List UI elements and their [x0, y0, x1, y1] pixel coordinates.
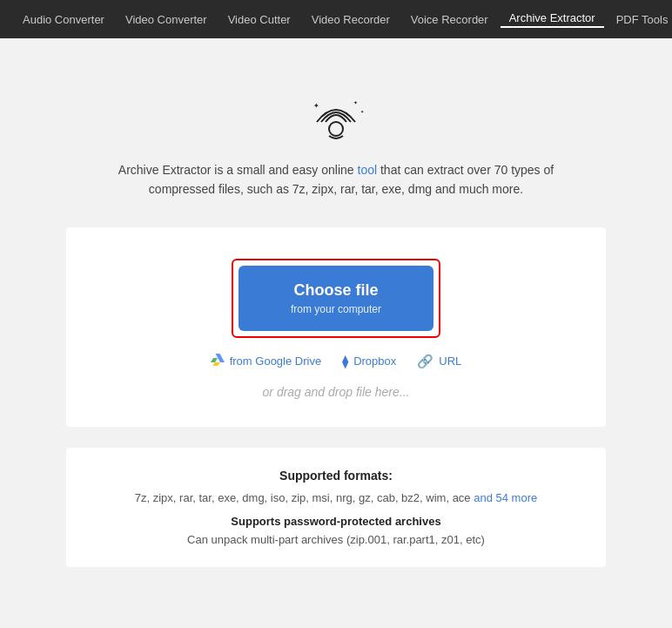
dropbox-source[interactable]: ⧫ Dropbox: [342, 354, 396, 369]
nav-pdf-tools[interactable]: PDF Tools: [608, 13, 672, 26]
feature-password-protected: Supports password-protected archives: [101, 515, 571, 528]
svg-marker-5: [211, 358, 218, 362]
google-drive-source[interactable]: from Google Drive: [211, 354, 321, 368]
choose-file-label: Choose file: [293, 281, 378, 300]
formats-more-link[interactable]: and 54 more: [474, 491, 537, 504]
svg-text:✦: ✦: [360, 109, 364, 114]
svg-text:✦: ✦: [313, 102, 319, 110]
url-source[interactable]: 🔗 URL: [417, 354, 461, 369]
nav-audio-converter[interactable]: Audio Converter: [14, 13, 113, 26]
upload-area: Choose file from your computer from Goog…: [66, 227, 606, 427]
source-options: from Google Drive ⧫ Dropbox 🔗 URL: [211, 354, 462, 369]
formats-text: 7z, zipx, rar, tar, exe, dmg, iso, zip, …: [135, 491, 471, 504]
supported-formats-section: Supported formats: 7z, zipx, rar, tar, e…: [66, 448, 606, 568]
nav-video-converter[interactable]: Video Converter: [117, 13, 216, 26]
google-drive-icon: [211, 354, 225, 368]
link-icon: 🔗: [417, 354, 433, 369]
drag-drop-text: or drag and drop file here...: [263, 385, 410, 399]
supported-formats-title: Supported formats:: [101, 469, 571, 483]
choose-file-wrapper: Choose file from your computer: [232, 259, 440, 338]
nav-voice-recorder[interactable]: Voice Recorder: [402, 13, 497, 26]
hero-illustration: ✦ ✦ ✦: [301, 91, 371, 143]
choose-file-button[interactable]: Choose file from your computer: [239, 266, 433, 331]
svg-text:✦: ✦: [353, 100, 358, 105]
nav-video-recorder[interactable]: Video Recorder: [303, 13, 399, 26]
nav-video-cutter[interactable]: Video Cutter: [219, 13, 299, 26]
url-label: URL: [439, 355, 461, 368]
svg-marker-6: [212, 362, 220, 366]
dropbox-icon: ⧫: [342, 354, 348, 369]
main-navigation: Audio Converter Video Converter Video Cu…: [0, 0, 672, 38]
svg-point-0: [329, 122, 343, 136]
nav-archive-extractor[interactable]: Archive Extractor: [501, 11, 604, 28]
google-drive-label: from Google Drive: [230, 355, 321, 368]
hero-description: Archive Extractor is a small and easy on…: [110, 160, 562, 199]
formats-list: 7z, zipx, rar, tar, exe, dmg, iso, zip, …: [101, 490, 571, 507]
feature-multipart: Can unpack multi-part archives (zip.001,…: [101, 533, 571, 546]
page-content: ✦ ✦ ✦ Archive Extractor is a small and e…: [0, 38, 672, 602]
choose-file-sublabel: from your computer: [291, 303, 381, 315]
dropbox-label: Dropbox: [353, 355, 396, 368]
